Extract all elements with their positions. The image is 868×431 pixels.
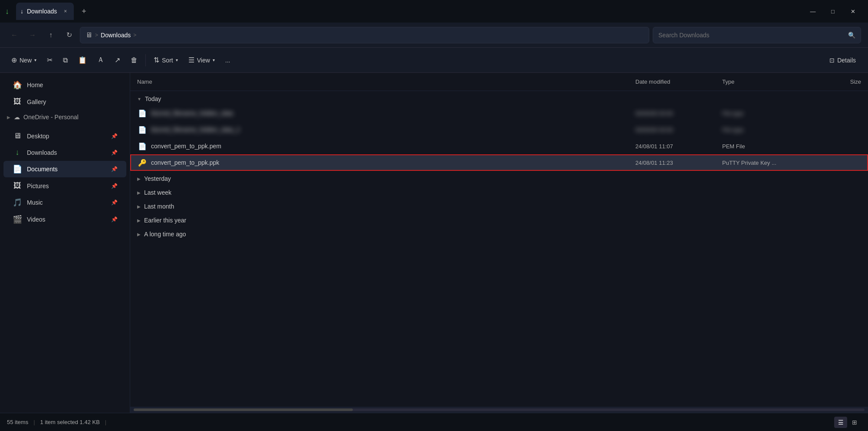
forward-button[interactable]: → <box>25 28 40 42</box>
videos-pin-icon: 📌 <box>111 216 118 222</box>
cut-button[interactable]: ✂ <box>43 53 57 67</box>
sidebar-item-downloads[interactable]: ↓ Downloads 📌 <box>3 144 126 160</box>
sort-button[interactable]: ⇅ Sort ▾ <box>149 53 182 67</box>
today-expand-arrow: ▼ <box>137 97 141 101</box>
address-row: ← → ↑ ↻ 🖥 > Downloads > 🔍 <box>0 23 868 48</box>
share-button[interactable]: ↗ <box>110 53 125 67</box>
group-header-lastweek[interactable]: ▶ Last week <box>130 185 868 199</box>
close-tab-button[interactable]: × <box>64 8 67 14</box>
sidebar-item-home[interactable]: 🏠 Home <box>3 77 126 93</box>
file-list: ▼ Today 📄 blurred_filename_hidden_data 0… <box>130 91 868 407</box>
table-row[interactable]: 📄 blurred_filename_hidden_data_2 00/00/0… <box>130 121 868 138</box>
path-chevron-1: > <box>95 32 98 38</box>
yesterday-expand-arrow: ▶ <box>137 176 141 181</box>
search-input[interactable] <box>658 32 845 39</box>
sidebar-item-downloads-label: Downloads <box>27 149 57 156</box>
search-bar[interactable]: 🔍 <box>653 27 861 43</box>
list-view-button[interactable]: ☰ <box>834 417 847 428</box>
share-icon: ↗ <box>115 56 120 64</box>
up-button[interactable]: ↑ <box>43 28 58 42</box>
pictures-icon: 🖼 <box>12 181 23 190</box>
table-row[interactable]: 📄 convert_pem_to_ppk.pem 24/08/01 11:07 … <box>130 138 868 154</box>
group-header-yesterday[interactable]: ▶ Yesterday <box>130 171 868 185</box>
rename-icon: Ａ <box>97 56 104 65</box>
pem-file-date: 24/08/01 11:07 <box>635 143 722 150</box>
file-icon: 📄 <box>137 109 148 118</box>
grid-view-button[interactable]: ⊞ <box>848 417 861 428</box>
back-button[interactable]: ← <box>7 28 22 42</box>
pem-file-name: convert_pem_to_ppk.pem <box>151 143 635 150</box>
lastweek-expand-arrow: ▶ <box>137 190 141 195</box>
group-header-lastmonth[interactable]: ▶ Last month <box>130 199 868 212</box>
new-icon: ⊕ <box>11 56 17 64</box>
onedrive-expand-arrow: ▶ <box>7 115 10 120</box>
table-row[interactable]: 📄 blurred_filename_hidden_data 00/00/00 … <box>130 105 868 121</box>
group-earlieryear-label: Earlier this year <box>144 217 186 224</box>
documents-icon: 📄 <box>12 164 23 174</box>
sidebar-item-gallery-label: Gallery <box>27 98 46 105</box>
copy-icon: ⧉ <box>63 56 68 64</box>
hscroll-thumb[interactable] <box>134 408 353 411</box>
sidebar-item-documents[interactable]: 📄 Documents 📌 <box>3 161 126 177</box>
col-header-type[interactable]: Type <box>722 78 809 85</box>
horizontal-scrollbar[interactable] <box>130 407 868 413</box>
group-header-today[interactable]: ▼ Today <box>130 91 868 105</box>
view-button[interactable]: ☰ View ▾ <box>184 53 219 67</box>
paste-button[interactable]: 📋 <box>74 53 91 67</box>
sidebar-item-onedrive[interactable]: ▶ ☁ OneDrive - Personal <box>0 110 130 124</box>
new-button[interactable]: ⊕ New ▾ <box>7 53 41 67</box>
close-window-button[interactable]: ✕ <box>843 4 863 18</box>
column-headers: Name Date modified Type Size <box>130 73 868 91</box>
col-header-size[interactable]: Size <box>809 78 861 85</box>
ppk-file-date: 24/08/01 11:23 <box>635 160 722 166</box>
file-date-blurred-2: 00/00/00 00:00 <box>635 127 722 133</box>
view-label: View <box>197 57 210 64</box>
details-icon: ⊡ <box>829 57 835 64</box>
details-button[interactable]: ⊡ Details <box>824 54 861 66</box>
new-label: New <box>20 57 32 64</box>
status-divider-2: | <box>105 419 106 425</box>
col-header-name[interactable]: Name <box>137 78 635 85</box>
pem-file-icon: 📄 <box>137 142 148 150</box>
path-chevron-2: > <box>133 32 136 38</box>
sidebar-item-pictures[interactable]: 🖼 Pictures 📌 <box>3 178 126 194</box>
maximize-button[interactable]: □ <box>823 4 843 18</box>
sidebar-item-desktop[interactable]: 🖥 Desktop 📌 <box>3 128 126 144</box>
status-divider-1: | <box>33 419 35 425</box>
sidebar-item-videos[interactable]: 🎬 Videos 📌 <box>3 211 126 228</box>
gallery-icon: 🖼 <box>12 97 23 106</box>
title-bar: ↓ ↓ Downloads × + — □ ✕ <box>0 0 868 23</box>
new-chevron-icon: ▾ <box>34 58 36 62</box>
col-header-date[interactable]: Date modified <box>635 78 722 85</box>
group-yesterday-label: Yesterday <box>144 175 171 182</box>
sidebar-item-pictures-label: Pictures <box>27 183 49 189</box>
new-tab-button[interactable]: + <box>77 4 91 19</box>
file-area: Name Date modified Type Size ▼ Today 📄 b… <box>130 73 868 413</box>
delete-icon: 🗑 <box>131 56 138 64</box>
onedrive-icon: ☁ <box>14 114 20 121</box>
sidebar-item-music-label: Music <box>27 199 43 206</box>
music-pin-icon: 📌 <box>111 199 118 206</box>
ppk-file-type: PuTTY Private Key ... <box>722 160 809 166</box>
sidebar-item-videos-label: Videos <box>27 216 46 223</box>
tab-title: Downloads <box>27 8 57 15</box>
app-icon: ↓ <box>5 7 9 16</box>
group-header-earlieryear[interactable]: ▶ Earlier this year <box>130 212 868 226</box>
desktop-icon: 🖥 <box>12 131 23 140</box>
address-bar[interactable]: 🖥 > Downloads > <box>80 27 649 43</box>
sidebar-item-onedrive-label: OneDrive - Personal <box>23 114 79 121</box>
sidebar-item-documents-label: Documents <box>27 166 58 173</box>
sidebar-item-gallery[interactable]: 🖼 Gallery <box>3 94 126 110</box>
paste-icon: 📋 <box>78 56 87 64</box>
copy-button[interactable]: ⧉ <box>59 54 72 67</box>
more-button[interactable]: ... <box>221 54 235 66</box>
active-tab[interactable]: ↓ Downloads × <box>16 3 74 20</box>
delete-button[interactable]: 🗑 <box>126 54 142 67</box>
sidebar-item-music[interactable]: 🎵 Music 📌 <box>3 194 126 211</box>
table-row[interactable]: 🔑 convert_pem_to_ppk.ppk 24/08/01 11:23 … <box>130 154 868 171</box>
minimize-button[interactable]: — <box>803 4 823 18</box>
refresh-button[interactable]: ↻ <box>62 28 76 42</box>
music-icon: 🎵 <box>12 198 23 207</box>
rename-button[interactable]: Ａ <box>93 53 108 67</box>
group-header-longtime[interactable]: ▶ A long time ago <box>130 226 868 240</box>
